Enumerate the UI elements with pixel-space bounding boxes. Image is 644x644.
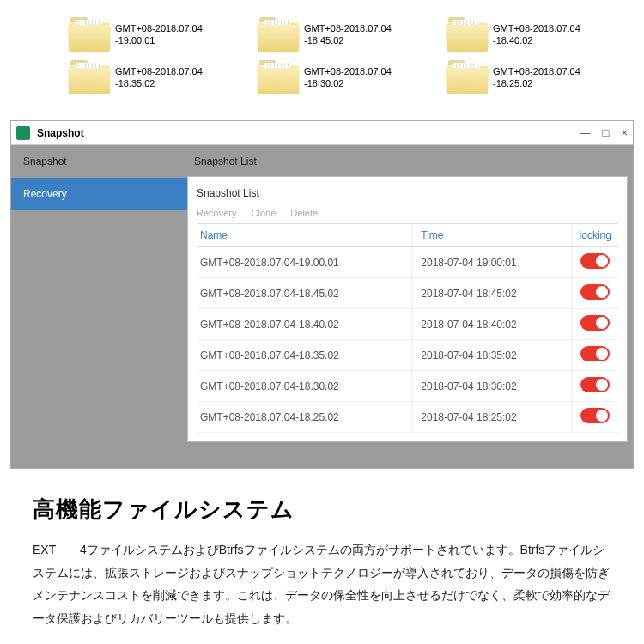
folder-icon [447,17,488,52]
folder-label: GMT+08-2018.07.04-18.45.02 [304,22,392,47]
cell-name: GMT+08-2018.07.04-18.45.02 [197,278,412,309]
cell-name: GMT+08-2018.07.04-18.30.02 [197,371,412,402]
locking-toggle[interactable] [580,377,610,392]
table-row[interactable]: GMT+08-2018.07.04-18.45.022018-07-04 18:… [197,278,618,309]
panel-title: Snapshot List [187,150,628,176]
folder-icon [258,60,299,94]
snapshot-list-box: Snapshot List Recovery Clone Delete Name… [187,176,628,442]
cell-name: GMT+08-2018.07.04-18.40.02 [197,309,412,340]
titlebar: Snapshot — □ × [11,121,633,145]
sidebar-item-recovery[interactable]: Recovery [11,178,187,210]
app-icon [16,126,30,140]
cell-time: 2018-07-04 18:25:02 [412,402,572,433]
cell-locking [572,278,618,309]
cell-name: GMT+08-2018.07.04-19.00.01 [197,247,412,278]
locking-toggle[interactable] [580,315,610,331]
folder-label: GMT+08-2018.07.04-19.00.01 [115,22,203,47]
locking-toggle[interactable] [580,346,610,361]
action-clone[interactable]: Clone [252,208,276,218]
article-heading: 高機能ファイルシステム [33,495,611,525]
cell-locking [572,309,618,340]
cell-time: 2018-07-04 18:40:02 [412,309,572,340]
cell-locking [572,371,618,402]
col-locking[interactable]: locking [572,224,618,247]
folder-label: GMT+08-2018.07.04-18.40.02 [493,22,580,47]
content-area: Snapshot List Snapshot List Recovery Clo… [187,145,633,468]
folder-item[interactable]: GMT+08-2018.07.04-18.25.02 [447,60,618,94]
cell-locking [572,247,618,278]
folder-item[interactable]: GMT+08-2018.07.04-18.45.02 [258,17,429,52]
cell-time: 2018-07-04 18:35:02 [412,340,572,371]
folder-item[interactable]: GMT+08-2018.07.04-18.40.02 [447,17,618,52]
locking-toggle[interactable] [580,408,610,423]
folder-icon [69,17,110,52]
table-row[interactable]: GMT+08-2018.07.04-18.35.022018-07-04 18:… [197,340,618,371]
sidebar-item-snapshot[interactable]: Snapshot [11,145,187,178]
cell-time: 2018-07-04 19:00:01 [412,247,572,278]
col-time[interactable]: Time [412,224,572,247]
cell-locking [572,340,618,371]
sidebar: Snapshot Recovery [11,145,187,468]
folder-icon [258,17,299,52]
cell-name: GMT+08-2018.07.04-18.25.02 [197,402,412,433]
folder-label: GMT+08-2018.07.04-18.30.02 [304,65,392,90]
table-row[interactable]: GMT+08-2018.07.04-19.00.012018-07-04 19:… [197,247,618,278]
col-name[interactable]: Name [197,224,412,247]
folder-icon [447,60,488,94]
locking-toggle[interactable] [580,284,610,300]
snapshot-app-window: Snapshot — □ × Snapshot Recovery Snapsho… [10,120,634,469]
folder-icon [69,60,110,94]
folder-grid: GMT+08-2018.07.04-19.00.01GMT+08-2018.07… [0,0,644,120]
article: 高機能ファイルシステム EXT 4ファイルシステムおよびBtrfsファイルシステ… [0,495,644,644]
cell-time: 2018-07-04 18:30:02 [412,371,572,402]
cell-time: 2018-07-04 18:45:02 [412,278,572,309]
article-body: EXT 4ファイルシステムおよびBtrfsファイルシステムの両方がサポートされて… [33,538,611,629]
list-actions: Recovery Clone Delete [197,208,618,223]
folder-item[interactable]: GMT+08-2018.07.04-18.35.02 [69,60,240,94]
cell-name: GMT+08-2018.07.04-18.35.02 [197,340,412,371]
cell-locking [572,402,618,433]
action-recovery[interactable]: Recovery [197,208,236,218]
maximize-button[interactable]: □ [603,126,610,139]
folder-label: GMT+08-2018.07.04-18.35.02 [115,65,203,90]
window-title: Snapshot [37,127,580,139]
folder-label: GMT+08-2018.07.04-18.25.02 [493,65,580,90]
folder-item[interactable]: GMT+08-2018.07.04-19.00.01 [69,17,240,52]
snapshot-table: Name Time locking GMT+08-2018.07.04-19.0… [197,223,618,433]
folder-item[interactable]: GMT+08-2018.07.04-18.30.02 [258,60,429,94]
locking-toggle[interactable] [580,253,610,269]
list-title: Snapshot List [197,184,618,208]
table-row[interactable]: GMT+08-2018.07.04-18.25.022018-07-04 18:… [197,402,618,433]
table-row[interactable]: GMT+08-2018.07.04-18.30.022018-07-04 18:… [197,371,618,402]
minimize-button[interactable]: — [580,126,591,139]
close-button[interactable]: × [621,126,628,139]
action-delete[interactable]: Delete [290,208,318,218]
table-row[interactable]: GMT+08-2018.07.04-18.40.022018-07-04 18:… [197,309,618,340]
